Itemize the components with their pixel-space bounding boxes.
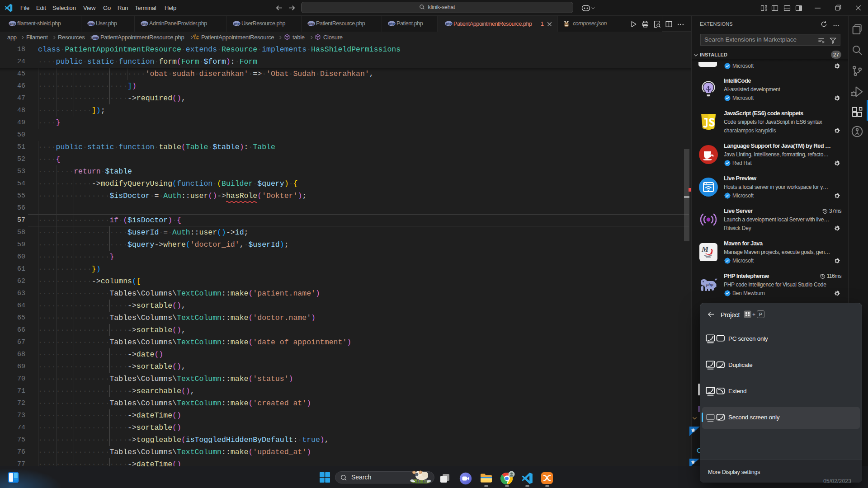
svg-text:php: php [308,22,315,26]
svg-text:php: php [233,22,240,26]
svg-text:php: php [706,282,713,287]
svg-text:php: php [445,22,452,26]
svg-text:M: M [701,245,709,253]
svg-text:php: php [88,22,94,26]
svg-text:php: php [141,22,148,26]
svg-text:php: php [9,22,16,26]
svg-text:php: php [388,22,395,26]
svg-text:php: php [92,36,99,40]
